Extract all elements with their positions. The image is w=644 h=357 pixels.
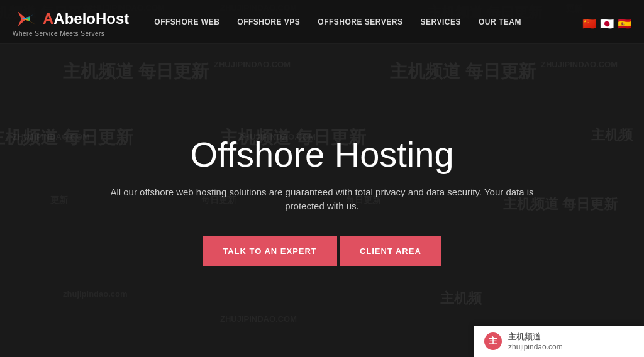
client-area-button[interactable]: CLIENT AREA	[340, 236, 441, 266]
logo-brand[interactable]: AAbeloHost	[13, 6, 129, 31]
nav-flags: 🇨🇳 🇯🇵 🇪🇸	[582, 17, 631, 27]
bottom-bar-url: zhujipindao.com	[508, 343, 563, 351]
hero-section: Offshore Hosting All our offshore web ho…	[0, 44, 644, 357]
nav-offshore-vps[interactable]: OFFSHORE VPS	[237, 18, 300, 26]
nav-services[interactable]: SERVICES	[421, 18, 461, 26]
bottom-bar-site-name: 主机频道	[508, 331, 563, 343]
flag-es[interactable]: 🇪🇸	[618, 17, 631, 27]
bottom-bar-logo-icon: 主	[484, 332, 502, 350]
hero-title: Offshore Hosting	[190, 135, 453, 174]
navbar: AAbeloHost Where Service Meets Servers O…	[0, 0, 644, 44]
logo-icon	[13, 6, 38, 31]
bottom-notification-bar: 主 主机频道 zhujipindao.com	[474, 326, 644, 357]
flag-jp[interactable]: 🇯🇵	[600, 17, 614, 27]
nav-links: OFFSHORE WEB OFFSHORE VPS OFFSHORE SERVE…	[154, 18, 576, 26]
logo-tagline: Where Service Meets Servers	[13, 30, 129, 37]
hero-subtitle: All our offshore web hosting solutions a…	[102, 185, 542, 214]
flag-cn[interactable]: 🇨🇳	[582, 17, 596, 27]
nav-offshore-web[interactable]: OFFSHORE WEB	[154, 18, 219, 26]
nav-our-team[interactable]: OUR TEAM	[479, 18, 521, 26]
hero-buttons: TALK TO AN EXPERT CLIENT AREA	[203, 236, 441, 266]
nav-offshore-servers[interactable]: OFFSHORE SERVERS	[318, 18, 402, 26]
logo-text: AAbeloHost	[43, 10, 129, 28]
logo-area: AAbeloHost Where Service Meets Servers	[13, 6, 129, 37]
bottom-bar-info: 主机频道 zhujipindao.com	[508, 331, 563, 351]
talk-to-expert-button[interactable]: TALK TO AN EXPERT	[203, 236, 337, 266]
